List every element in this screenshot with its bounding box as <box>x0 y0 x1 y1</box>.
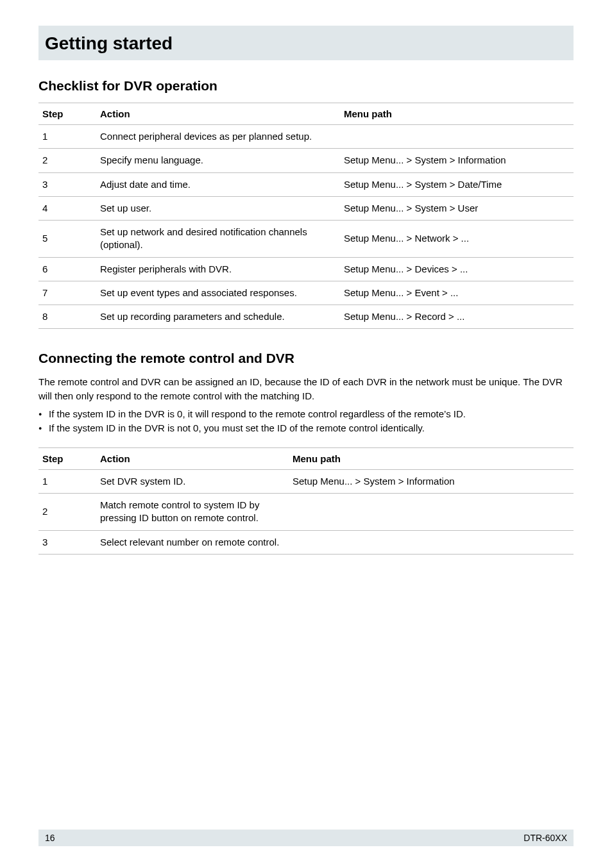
cell-menu: Setup Menu... > System > Date/Time <box>340 172 574 196</box>
cell-action: Set DVR system ID. <box>96 469 289 493</box>
cell-action: Specify menu language. <box>96 149 340 172</box>
footer-bar: 16 DTR-60XX <box>38 830 574 846</box>
cell-action: Register peripherals with DVR. <box>96 257 340 281</box>
cell-action: Match remote control to system ID by pre… <box>96 494 289 531</box>
cell-step: 2 <box>38 149 96 172</box>
cell-menu: Setup Menu... > Network > ... <box>340 221 574 258</box>
list-item: If the system ID in the DVR is 0, it wil… <box>38 407 574 422</box>
cell-step: 1 <box>38 469 96 493</box>
cell-step: 2 <box>38 494 96 531</box>
list-item: If the system ID in the DVR is not 0, yo… <box>38 421 574 436</box>
col-header-menu: Menu path <box>340 103 574 125</box>
section-heading-remote: Connecting the remote control and DVR <box>38 351 574 366</box>
cell-action: Set up user. <box>96 196 340 220</box>
col-header-menu: Menu path <box>289 447 574 469</box>
section-heading-checklist: Checklist for DVR operation <box>38 78 574 94</box>
col-header-action: Action <box>96 447 289 469</box>
table-row: 1 Connect peripheral devices as per plan… <box>38 125 574 149</box>
cell-step: 3 <box>38 530 96 554</box>
table-row: 4 Set up user. Setup Menu... > System > … <box>38 196 574 220</box>
cell-menu: Setup Menu... > Record > ... <box>340 305 574 329</box>
table-row: 6 Register peripherals with DVR. Setup M… <box>38 257 574 281</box>
cell-menu <box>289 530 574 554</box>
cell-step: 6 <box>38 257 96 281</box>
cell-menu <box>289 494 574 531</box>
table-checklist: Step Action Menu path 1 Connect peripher… <box>38 103 574 329</box>
col-header-action: Action <box>96 103 340 125</box>
table-header-row: Step Action Menu path <box>38 103 574 125</box>
page-title-bar: Getting started <box>38 26 574 60</box>
table-row: 1 Set DVR system ID. Setup Menu... > Sys… <box>38 469 574 493</box>
cell-step: 8 <box>38 305 96 329</box>
table-row: 8 Set up recording parameters and schedu… <box>38 305 574 329</box>
cell-step: 5 <box>38 221 96 258</box>
col-header-step: Step <box>38 447 96 469</box>
page-footer: 16 DTR-60XX <box>0 830 612 846</box>
intro-paragraph: The remote control and DVR can be assign… <box>38 375 574 403</box>
cell-step: 1 <box>38 125 96 149</box>
cell-action: Select relevant number on remote control… <box>96 530 289 554</box>
table-remote: Step Action Menu path 1 Set DVR system I… <box>38 447 574 555</box>
cell-menu: Setup Menu... > System > Information <box>289 469 574 493</box>
cell-step: 7 <box>38 281 96 305</box>
doc-id: DTR-60XX <box>523 833 567 843</box>
cell-action: Connect peripheral devices as per planne… <box>96 125 340 149</box>
cell-action: Adjust date and time. <box>96 172 340 196</box>
cell-menu <box>340 125 574 149</box>
cell-action: Set up recording parameters and schedule… <box>96 305 340 329</box>
table-row: 2 Match remote control to system ID by p… <box>38 494 574 531</box>
cell-menu: Setup Menu... > Event > ... <box>340 281 574 305</box>
cell-step: 4 <box>38 196 96 220</box>
table-row: 5 Set up network and desired notificatio… <box>38 221 574 258</box>
cell-action: Set up network and desired notification … <box>96 221 340 258</box>
col-header-step: Step <box>38 103 96 125</box>
bullet-list: If the system ID in the DVR is 0, it wil… <box>38 407 574 436</box>
cell-menu: Setup Menu... > System > User <box>340 196 574 220</box>
table-row: 2 Specify menu language. Setup Menu... >… <box>38 149 574 172</box>
page-title: Getting started <box>45 33 567 54</box>
table-header-row: Step Action Menu path <box>38 447 574 469</box>
table-row: 3 Adjust date and time. Setup Menu... > … <box>38 172 574 196</box>
table-row: 7 Set up event types and associated resp… <box>38 281 574 305</box>
cell-step: 3 <box>38 172 96 196</box>
cell-action: Set up event types and associated respon… <box>96 281 340 305</box>
cell-menu: Setup Menu... > Devices > ... <box>340 257 574 281</box>
page-number: 16 <box>45 833 55 843</box>
cell-menu: Setup Menu... > System > Information <box>340 149 574 172</box>
table-row: 3 Select relevant number on remote contr… <box>38 530 574 554</box>
